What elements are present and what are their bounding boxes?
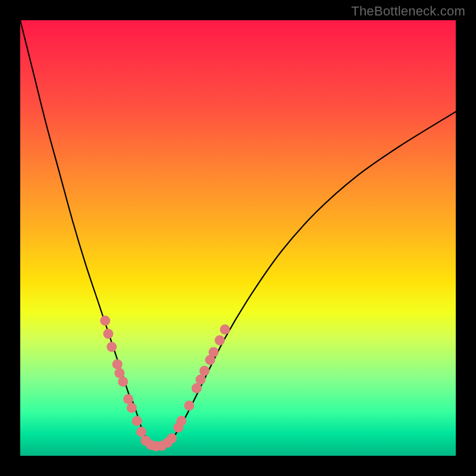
chart-frame: TheBottleneck.com xyxy=(0,0,476,476)
data-bead xyxy=(196,374,206,384)
data-bead xyxy=(127,403,137,413)
curve-svg xyxy=(20,20,456,456)
watermark-text: TheBottleneck.com xyxy=(351,4,465,19)
bottleneck-curve xyxy=(20,20,456,447)
data-beads xyxy=(100,316,230,452)
data-bead xyxy=(107,342,117,352)
data-bead xyxy=(123,394,133,404)
data-bead xyxy=(118,377,128,387)
data-bead xyxy=(192,383,202,393)
data-bead xyxy=(209,347,219,357)
data-bead xyxy=(100,316,110,326)
data-bead xyxy=(199,366,209,376)
data-bead xyxy=(114,368,124,378)
data-bead xyxy=(215,336,225,346)
data-bead xyxy=(136,427,146,437)
plot-area xyxy=(20,20,456,456)
data-bead xyxy=(103,329,113,339)
data-bead xyxy=(184,400,195,411)
data-bead xyxy=(220,324,230,334)
data-bead xyxy=(112,359,123,369)
data-bead xyxy=(167,433,177,443)
data-bead xyxy=(132,416,142,426)
data-bead xyxy=(176,416,186,426)
